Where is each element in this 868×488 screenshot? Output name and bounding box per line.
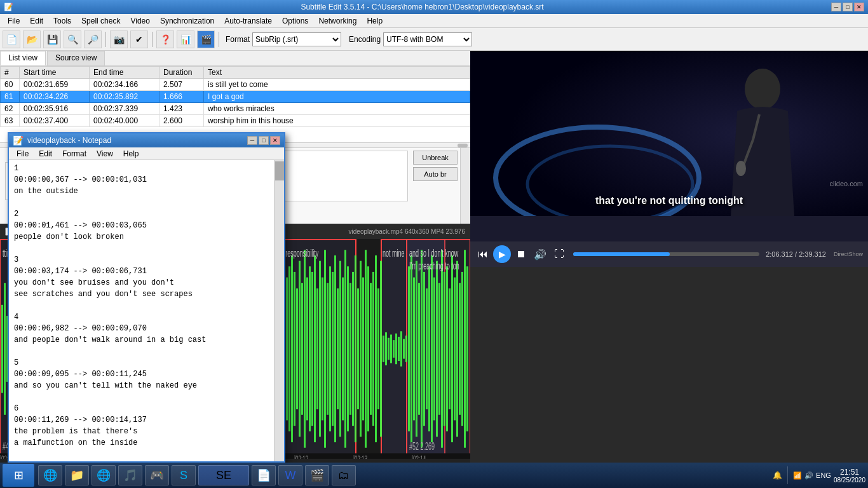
- new-button[interactable]: 📄: [3, 30, 20, 48]
- svg-text:|02:13: |02:13: [353, 454, 367, 459]
- table-row[interactable]: 62 00:02:35.916 00:02:37.339 1.423 who w…: [1, 103, 470, 115]
- menu-networking[interactable]: Networking: [313, 15, 362, 27]
- encoding-select[interactable]: UTF-8 with BOM UTF-8 ASCII: [383, 32, 472, 46]
- svg-rect-158: [388, 338, 390, 360]
- start-button[interactable]: ⊞: [3, 464, 34, 487]
- close-button[interactable]: ✕: [854, 3, 864, 11]
- svg-rect-183: [451, 255, 453, 442]
- notepad-minimize[interactable]: ─: [247, 136, 257, 145]
- format-select[interactable]: SubRip (.srt) MicroDVD WebVTT: [252, 32, 341, 46]
- taskbar-notifications[interactable]: 🔔: [773, 471, 782, 480]
- menu-synchronization[interactable]: Synchronization: [155, 15, 219, 27]
- np-menu-edit[interactable]: Edit: [34, 148, 57, 159]
- subtitle-table: # Start time End time Duration Text 60 0…: [0, 66, 470, 127]
- table-row[interactable]: 63 00:02:37.400 00:02:40.000 2.600 worsh…: [1, 115, 470, 127]
- taskbar-notepad[interactable]: 📄: [252, 465, 276, 485]
- svg-rect-7: [4, 283, 6, 415]
- check-button[interactable]: ✔: [130, 30, 148, 48]
- taskbar-skype[interactable]: S: [172, 465, 196, 485]
- toolbar-separator-2: [152, 32, 153, 47]
- findreplace-button[interactable]: 🔎: [84, 30, 102, 48]
- menu-spellcheck[interactable]: Spell check: [76, 15, 125, 27]
- volume-taskbar-icon[interactable]: 🔊: [804, 471, 813, 480]
- np-menu-file[interactable]: File: [11, 148, 34, 159]
- notepad-menu: File Edit Format View Help: [9, 147, 284, 160]
- cell-text: I got a god: [204, 91, 470, 103]
- open-button[interactable]: 📂: [23, 30, 41, 48]
- network-icon: 📶: [793, 471, 802, 480]
- table-row[interactable]: 61 00:02:34.226 00:02:35.892 1.666 I got…: [1, 91, 470, 103]
- waveform-button[interactable]: 📊: [177, 30, 194, 48]
- taskbar-media[interactable]: 🎵: [118, 465, 142, 485]
- unbreak-button[interactable]: Unbreak: [413, 151, 458, 165]
- taskbar-subtitle-edit[interactable]: SE: [198, 465, 249, 485]
- cell-num: 60: [1, 79, 20, 91]
- menu-edit[interactable]: Edit: [25, 15, 48, 27]
- video-import-button[interactable]: 📷: [110, 30, 128, 48]
- toolbar: 📄 📂 💾 🔍 🔎 📷 ✔ ❓ 📊 🎬 Format SubRip (.srt)…: [0, 28, 868, 51]
- browser-icon: 🌐: [96, 468, 111, 483]
- edit-scrollbar[interactable]: [460, 148, 470, 224]
- notepad-close[interactable]: ✕: [270, 136, 280, 145]
- save-button[interactable]: 💾: [43, 30, 61, 48]
- svg-rect-122: [296, 288, 298, 409]
- notepad-scrollbar[interactable]: [274, 160, 284, 461]
- taskbar-file-mgr[interactable]: 🗂: [332, 465, 356, 485]
- table-row[interactable]: 60 00:02:31.659 00:02:34.166 2.507 is st…: [1, 79, 470, 91]
- col-header-start: Start time: [20, 67, 90, 79]
- menu-tools[interactable]: Tools: [48, 15, 76, 27]
- notepad-text-area[interactable]: 1 00:00:00,367 --> 00:00:01,031 on the o…: [9, 160, 274, 461]
- menu-video[interactable]: Video: [125, 15, 154, 27]
- taskbar-word[interactable]: W: [278, 465, 302, 485]
- format-label: Format: [226, 35, 250, 44]
- notepad-maximize[interactable]: □: [259, 136, 269, 145]
- menu-options[interactable]: Options: [277, 15, 313, 27]
- taskbar: ⊞ 🌐 📁 🌐 🎵 🎮 S SE 📄 W 🎬 🗂 🔔 📶 🔊 ENG 21:51: [0, 463, 868, 488]
- taskbar-games[interactable]: 🎮: [145, 465, 169, 485]
- rewind-button[interactable]: ⏮: [475, 247, 491, 261]
- taskbar-browser[interactable]: 🌐: [92, 465, 116, 485]
- svg-rect-166: [408, 266, 410, 431]
- taskbar-vlc[interactable]: 🎬: [305, 465, 329, 485]
- video-panel: clideo.com that you're not quitting toni…: [470, 51, 868, 241]
- notepad-controls: ─ □ ✕: [247, 136, 280, 145]
- right-panel: clideo.com that you're not quitting toni…: [470, 51, 868, 475]
- video-controls: ⏮ ▶ ⏹ 🔊 ⛶ 2:06.312 / 2:39.312 DirectShow: [470, 241, 868, 267]
- play-button[interactable]: ▶: [493, 245, 511, 263]
- cell-start: 00:02:37.400: [20, 115, 90, 127]
- taskbar-right: 🔔 📶 🔊 ENG 21:51 08/25/2020: [773, 466, 865, 484]
- cell-end: 00:02:37.339: [90, 103, 159, 115]
- np-menu-help[interactable]: Help: [118, 148, 144, 159]
- taskbar-ie[interactable]: 🌐: [38, 465, 62, 485]
- svg-rect-148: [362, 278, 364, 421]
- fullscreen-button[interactable]: ⛶: [552, 247, 567, 261]
- video-watermark: clideo.com: [829, 180, 863, 187]
- video-button[interactable]: 🎬: [197, 30, 215, 48]
- svg-rect-175: [431, 255, 433, 442]
- menu-file[interactable]: File: [3, 15, 25, 27]
- svg-rect-138: [337, 288, 339, 409]
- svg-rect-157: [385, 332, 387, 365]
- find-button[interactable]: 🔍: [64, 30, 81, 48]
- menu-help[interactable]: Help: [362, 15, 388, 27]
- svg-rect-189: [466, 266, 468, 431]
- svg-rect-139: [339, 261, 341, 437]
- svg-rect-141: [344, 250, 346, 447]
- minimize-button[interactable]: ─: [831, 3, 841, 11]
- stop-button[interactable]: ⏹: [513, 247, 529, 261]
- tab-listview[interactable]: List view: [0, 51, 46, 65]
- maximize-button[interactable]: □: [843, 3, 853, 11]
- menu-autotranslate[interactable]: Auto-translate: [219, 15, 277, 27]
- svg-rect-120: [291, 255, 293, 442]
- svg-rect-185: [456, 261, 458, 437]
- np-menu-format[interactable]: Format: [57, 148, 92, 159]
- tab-sourceview[interactable]: Source view: [47, 51, 105, 65]
- volume-button[interactable]: 🔊: [531, 247, 549, 262]
- svg-rect-131: [319, 261, 321, 437]
- taskbar-explorer[interactable]: 📁: [65, 465, 89, 485]
- np-menu-view[interactable]: View: [92, 148, 118, 159]
- auto-br-button[interactable]: Auto br: [413, 167, 458, 181]
- help-button[interactable]: ❓: [156, 30, 174, 48]
- subtitle-table-container[interactable]: # Start time End time Duration Text 60 0…: [0, 66, 470, 142]
- progress-bar[interactable]: [573, 252, 759, 256]
